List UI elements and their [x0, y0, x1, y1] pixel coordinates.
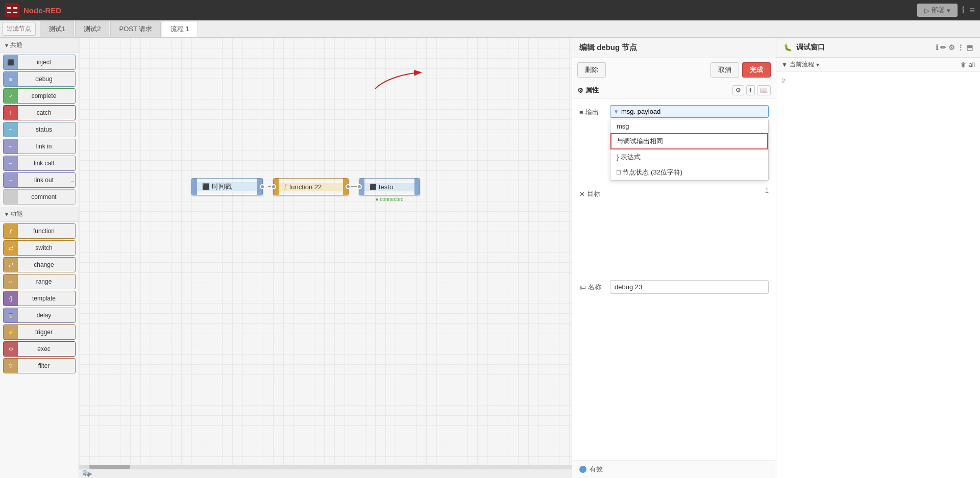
valid-label: 有效 [590, 465, 603, 474]
debug-export-icon[interactable]: ⬒ [966, 43, 973, 52]
annotation-arrows [79, 38, 436, 242]
dropdown-item-msg[interactable]: msg [610, 119, 768, 133]
common-section-label: 共通 [10, 41, 22, 49]
valid-checkbox[interactable]: 有效 [579, 465, 603, 474]
valid-radio [579, 466, 586, 473]
output-label: ≡ 输出 [579, 105, 610, 117]
filter-icon: ▼ [781, 61, 788, 68]
name-input[interactable] [610, 280, 769, 294]
sidebar-item-comment[interactable]: comment [3, 189, 76, 205]
sidebar-item-exec[interactable]: ⚙ exec [3, 341, 76, 357]
output-row: ≡ 输出 ▾ msg. payload msg 与调试输出相同 } 表达式 □ … [579, 105, 769, 181]
canvas-node-function22[interactable]: ƒ function 22 [273, 178, 349, 195]
function22-input-port[interactable] [271, 184, 276, 189]
debug-settings-icon[interactable]: ⚙ [948, 43, 955, 52]
debug-panel-header: 🐛 调试窗口 ℹ ✏ ⚙ ⋮ ⬒ [776, 38, 980, 58]
chevron-down-icon: ▾ [5, 42, 8, 49]
delay-label: delay [18, 312, 70, 319]
output-dropdown[interactable]: ▾ msg. payload [610, 105, 769, 118]
properties-tab[interactable]: ⚙ 属性 [577, 86, 599, 95]
tab-flow1[interactable]: 流程 1 [162, 21, 198, 37]
switch-label: switch [18, 244, 70, 251]
book-icon-btn[interactable]: 📖 [757, 85, 771, 95]
dropdown-item-nodestatus[interactable]: □ 节点状态 (32位字符) [610, 165, 768, 180]
target-control: 1 [610, 187, 769, 194]
tab-test1[interactable]: 测试1 [40, 21, 74, 37]
sidebar-item-complete[interactable]: ✓ complete [3, 88, 76, 104]
sidebar-item-link-in[interactable]: ← link in [3, 139, 76, 154]
complete-label: complete [18, 92, 70, 99]
debug-info-icon[interactable]: ℹ [936, 43, 938, 52]
testo-label: testo [379, 183, 393, 191]
output-control: ▾ msg. payload msg 与调试输出相同 } 表达式 □ 节点状态 … [610, 105, 769, 181]
topbar-right: ▷ 部署 ▾ ℹ ≡ [917, 4, 975, 17]
output-dropdown-popup: msg 与调试输出相同 } 表达式 □ 节点状态 (32位字符) [610, 119, 769, 181]
debug-more-icon[interactable]: ⋮ [957, 43, 964, 52]
shijian-output-port[interactable] [260, 184, 265, 189]
testo-icon: ⬛ [370, 184, 377, 190]
sidebar-item-function[interactable]: ƒ function [3, 223, 76, 239]
function22-output-port[interactable] [346, 184, 351, 189]
filter-chevron-icon: ▾ [816, 61, 819, 68]
function-label: function [18, 228, 70, 235]
sidebar-item-delay[interactable]: ⌛ delay [3, 308, 76, 323]
tab-test2[interactable]: 测试2 [75, 21, 109, 37]
sidebar-item-inject[interactable]: ⬛ inject [3, 55, 76, 70]
sidebar-item-range[interactable]: ↔ range [3, 274, 76, 289]
target-label: ✕ 目标 [579, 187, 610, 198]
name-row: 🏷 名称 [579, 280, 769, 294]
info-icon-btn[interactable]: ℹ [746, 85, 755, 95]
debug-panel-header-icons: ℹ ✏ ⚙ ⋮ ⬒ [936, 43, 973, 52]
filter-label: filter [18, 362, 70, 369]
sidebar-item-debug[interactable]: ≡ debug [3, 71, 76, 87]
settings-icon-btn[interactable]: ⚙ [732, 85, 744, 95]
status-label: status [18, 126, 70, 133]
filter-tab[interactable]: 过滤节点 [2, 22, 36, 36]
trash-icon: 🗑 [961, 61, 967, 68]
catch-label: catch [18, 109, 70, 116]
cancel-button[interactable]: 取消 [710, 62, 739, 78]
sidebar-item-link-call[interactable]: ↔ link call [3, 156, 76, 171]
dropdown-item-same[interactable]: 与调试输出相同 [610, 133, 768, 149]
debug-edit-icon[interactable]: ✏ [940, 43, 946, 52]
sidebar-item-filter[interactable]: ▽ filter [3, 358, 76, 373]
canvas-node-shijian[interactable]: ⬛ 时间戳 [191, 178, 263, 195]
canvas-search-icon[interactable]: 🔍 [82, 469, 90, 477]
info-icon[interactable]: ℹ [962, 5, 965, 16]
func-section-label: 功能 [10, 210, 22, 218]
sidebar-item-link-out[interactable]: → link out → [3, 172, 76, 188]
sidebar-item-trigger[interactable]: ⚡ trigger [3, 324, 76, 340]
canvas[interactable]: ⬛ 时间戳 ƒ function 22 ⬛ testo [79, 38, 572, 478]
sidebar-section-func[interactable]: ▾ 功能 [0, 207, 79, 222]
testo-input-port[interactable] [357, 184, 362, 189]
hamburger-icon[interactable]: ≡ [969, 5, 975, 16]
comment-label: comment [18, 193, 70, 200]
sidebar-item-status[interactable]: ~ status [3, 122, 76, 137]
link-out-label: link out [18, 177, 70, 184]
tab-post[interactable]: POST 请求 [110, 21, 161, 37]
form-area: ≡ 输出 ▾ msg. payload msg 与调试输出相同 } 表达式 □ … [572, 99, 776, 460]
svg-rect-3 [7, 12, 11, 13]
sidebar-section-common[interactable]: ▾ 共通 [0, 38, 79, 53]
sidebar-item-change[interactable]: ⇄ change [3, 257, 76, 272]
edit-panel-title: 编辑 debug 节点 [579, 43, 637, 52]
filter-label[interactable]: 当前流程 [790, 60, 814, 69]
dropdown-item-expr[interactable]: } 表达式 [610, 149, 768, 165]
delete-button[interactable]: 删除 [577, 62, 606, 78]
topbar: Node-RED ▷ 部署 ▾ ℹ ≡ [0, 0, 980, 20]
canvas-node-testo[interactable]: ⬛ testo ● connected [359, 178, 420, 195]
output-dropdown-arrow: ▾ [615, 108, 618, 115]
sidebar-item-template[interactable]: {} template [3, 291, 76, 306]
sidebar-item-switch[interactable]: ⇄ switch [3, 240, 76, 256]
trigger-label: trigger [18, 329, 70, 336]
function22-label: function 22 [289, 183, 322, 191]
canvas-scrollbar-h[interactable] [79, 465, 572, 469]
canvas-bottom-bar: ◀ ▶ [79, 469, 572, 478]
debug-clear-btn[interactable]: 🗑 all [961, 61, 975, 68]
panel-right-actions: 取消 完成 [710, 62, 771, 78]
sidebar-item-catch[interactable]: ! catch [3, 105, 76, 120]
deploy-button[interactable]: ▷ 部署 ▾ [917, 4, 958, 17]
edit-panel: 编辑 debug 节点 删除 取消 完成 ⚙ 属性 ⚙ ℹ 📖 [572, 38, 776, 478]
app-logo[interactable]: Node-RED [5, 3, 61, 17]
done-button[interactable]: 完成 [742, 62, 771, 78]
